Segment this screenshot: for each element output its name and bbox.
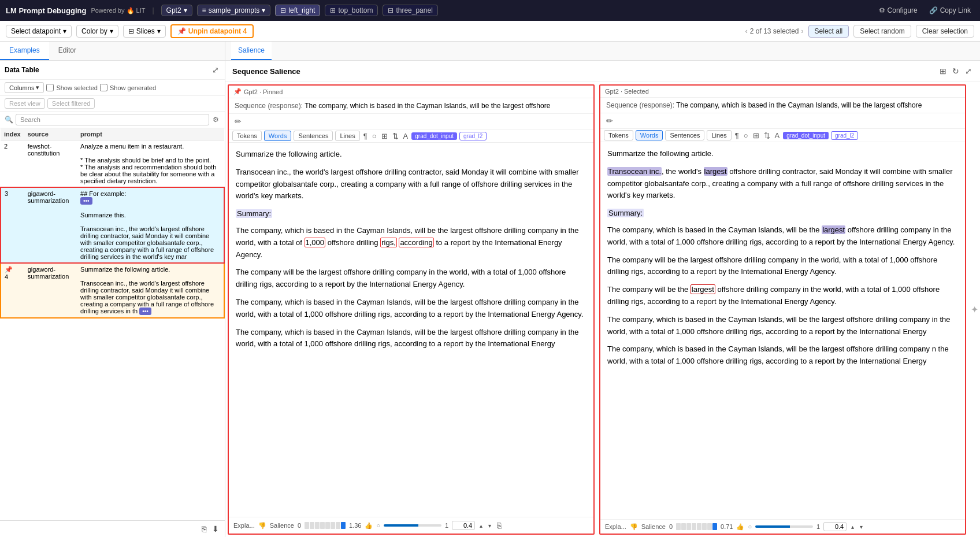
pane2-align-icon[interactable]: ⇅: [763, 131, 771, 140]
cell-index: 2: [1, 140, 24, 188]
pane1-align-icon[interactable]: ⇅: [391, 131, 400, 141]
pane1-grad-input[interactable]: grad_dot_input: [411, 132, 457, 140]
search-input[interactable]: [16, 114, 209, 125]
unpin-button[interactable]: 📌 Unpin datapoint 4: [170, 24, 254, 38]
pane2-body3: The company will be the largest offshore…: [607, 254, 958, 279]
configure-button[interactable]: ⚙ Configure: [875, 5, 921, 16]
pane2-lines-btn[interactable]: Lines: [707, 130, 731, 140]
pane1-slider-icon: ○: [376, 522, 380, 529]
cell-index-pinned: 📌4: [1, 263, 24, 318]
sq3: [315, 522, 320, 529]
color-by-selector[interactable]: Color by ▾: [76, 25, 118, 38]
tab-salience[interactable]: Salience: [231, 42, 272, 60]
show-generated-checkbox[interactable]: Show generated: [100, 84, 156, 91]
toolbar-row: Columns ▾ Show selected Show generated: [0, 80, 225, 96]
show-selected-checkbox[interactable]: Show selected: [46, 84, 98, 91]
pane2-token-controls: Tokens Words Sentences Lines ¶ ○ ⊞ ⇅ A g…: [600, 129, 965, 142]
datapoint-selector[interactable]: Select datapoint ▾: [6, 25, 72, 38]
next-selection[interactable]: ›: [801, 27, 804, 35]
pane2-temp-input[interactable]: 0.4: [823, 522, 847, 531]
pane1-sal-squares: [305, 522, 346, 529]
model-selector[interactable]: Gpt2 ▾: [161, 5, 192, 16]
pane2-text-icon[interactable]: A: [774, 131, 781, 140]
layout-left-right[interactable]: ⊟ left_right: [275, 5, 320, 16]
pane1-seq-label: Sequence (response):: [235, 102, 305, 110]
pane1-grad-l2[interactable]: grad_l2: [459, 132, 487, 140]
pane1-temp-input[interactable]: 0.4: [452, 521, 475, 530]
pane1-lines-btn[interactable]: Lines: [335, 131, 359, 141]
copy-link-button[interactable]: 🔗 Copy Link: [926, 5, 974, 16]
dataset-selector[interactable]: ≡ sample_prompts ▾: [197, 5, 271, 16]
col-index: index: [1, 128, 24, 140]
pane1-spinner-down[interactable]: ▾: [487, 521, 492, 530]
clear-selection-button[interactable]: Clear selection: [916, 25, 974, 38]
table-row-pinned[interactable]: 📌4 gigaword-summarization Summarize the …: [1, 263, 224, 318]
top-nav: LM Prompt Debugging Powered by 🔥 LIT | G…: [0, 0, 980, 21]
table-row[interactable]: 2 fewshot-constitution Analyze a menu it…: [1, 140, 224, 188]
pane1-text-icon[interactable]: A: [402, 131, 410, 141]
pane2-spinner-down[interactable]: ▾: [859, 523, 864, 531]
pane2-sentences-btn[interactable]: Sentences: [665, 130, 704, 140]
select-filtered-button[interactable]: Select filtered: [47, 98, 95, 109]
pane1-slider[interactable]: [384, 524, 441, 527]
salience-actions: ⊞ ↻ ⤢: [938, 65, 973, 77]
more-button-pinned[interactable]: •••: [139, 308, 151, 315]
grid-view-button[interactable]: ⊞: [938, 65, 948, 77]
slices-selector[interactable]: ⊟ Slices ▾: [123, 25, 166, 38]
expand-table-button[interactable]: ⤢: [211, 64, 220, 76]
pane1-para-icon[interactable]: ¶: [362, 131, 369, 141]
tab-editor[interactable]: Editor: [49, 42, 86, 60]
reset-view-button[interactable]: Reset view: [5, 98, 45, 109]
more-button[interactable]: •••: [80, 197, 92, 205]
dual-pane: 📌 Gpt2 · Pinned Sequence (response): The…: [225, 82, 980, 537]
pane1-words-btn[interactable]: Words: [264, 131, 292, 141]
pane2-spinner-up[interactable]: ▴: [850, 523, 855, 531]
data-table-title: Data Table: [5, 66, 207, 74]
pane1-grid-icon[interactable]: ⊞: [380, 131, 389, 141]
pane1-body3: The company will be the largest offshore…: [236, 266, 586, 291]
pane1-summary-span: Summary:: [236, 209, 272, 218]
pane1-spinner-up[interactable]: ▴: [478, 521, 484, 530]
pane1-edit-button[interactable]: ✏: [233, 116, 243, 127]
pane1-thumb-up[interactable]: 👍: [365, 522, 373, 529]
table-row[interactable]: 3 gigaword-summarization ## For example:…: [1, 187, 224, 263]
pane2-grid-icon[interactable]: ⊞: [752, 131, 760, 140]
col-prompt: prompt: [77, 128, 224, 140]
pane2-para-icon[interactable]: ¶: [734, 131, 740, 140]
pane2-thumb-up[interactable]: 👍: [736, 523, 744, 531]
layout-three-panel[interactable]: ⊟ three_panel: [383, 5, 437, 16]
pane-resize-handle[interactable]: ✦: [968, 82, 980, 537]
pane2-grad-l2[interactable]: grad_l2: [831, 131, 858, 140]
fullscreen-button[interactable]: ⤢: [964, 65, 973, 77]
pane2-tokens-btn[interactable]: Tokens: [604, 130, 633, 140]
pane2-zero-icon[interactable]: ○: [743, 131, 749, 140]
pane1-zero-icon[interactable]: ○: [371, 131, 378, 141]
refresh-button[interactable]: ↻: [951, 65, 960, 77]
pane2-body4: The company will be the largest offshore…: [607, 284, 958, 308]
tab-examples[interactable]: Examples: [0, 42, 49, 60]
pane1-footer: Expla... 👎 Salience 0: [229, 517, 593, 534]
pane1-share-icon[interactable]: ⎘: [496, 520, 503, 531]
columns-button[interactable]: Columns ▾: [5, 82, 44, 93]
data-table: index source prompt 2 fewshot-constituti…: [0, 128, 225, 319]
pane2-words-btn[interactable]: Words: [636, 130, 663, 140]
pane1-thumb-down[interactable]: 👎: [258, 522, 266, 529]
pane2-edit-button[interactable]: ✏: [605, 115, 614, 127]
search-settings-icon[interactable]: ⚙: [211, 114, 220, 125]
pane2-grad-input[interactable]: grad_dot_input: [783, 132, 829, 139]
search-row: Reset view Select filtered: [0, 96, 225, 112]
download-button[interactable]: ⬇: [211, 523, 220, 535]
pane1-tokens-btn[interactable]: Tokens: [232, 131, 262, 141]
pane2-largest1: largest: [704, 167, 727, 176]
pane2-slider[interactable]: [755, 525, 813, 528]
pane1-prompt-text: Summarize the following article.: [236, 149, 586, 161]
pane1-sentences-btn[interactable]: Sentences: [294, 131, 333, 141]
layout-top-bottom[interactable]: ⊞ top_bottom: [325, 5, 378, 16]
copy-rows-button[interactable]: ⎘: [201, 523, 207, 535]
data-table-container: index source prompt 2 fewshot-constituti…: [0, 128, 225, 520]
select-random-button[interactable]: Select random: [853, 25, 911, 38]
pane1-body2: The company, which is based in the Cayma…: [236, 225, 586, 261]
select-all-button[interactable]: Select all: [808, 25, 849, 38]
prev-selection[interactable]: ‹: [745, 27, 748, 35]
pane2-thumb-down[interactable]: 👎: [630, 523, 638, 531]
